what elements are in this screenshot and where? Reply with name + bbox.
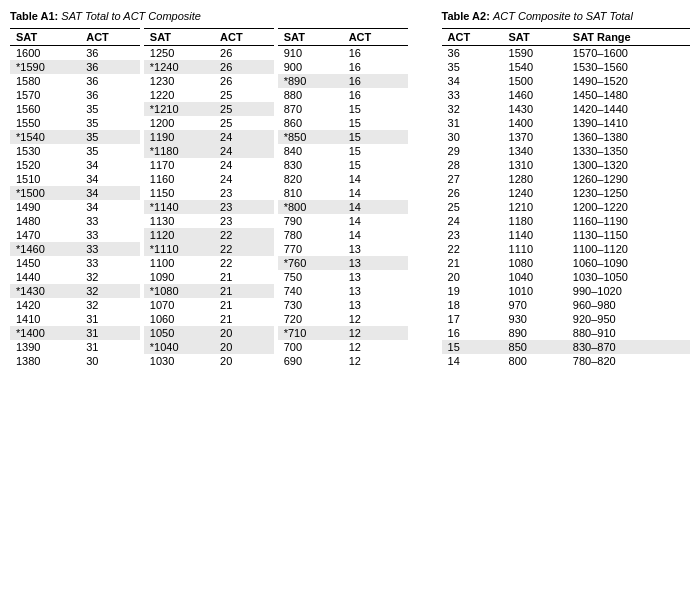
act-cell: 22: [214, 228, 274, 242]
act-cell: 33: [80, 256, 140, 270]
sat-cell: *1180: [144, 144, 214, 158]
table-row: 142032: [10, 298, 140, 312]
table-row: *76013: [278, 256, 408, 270]
table-row: 117024: [144, 158, 274, 172]
table-row: 122025: [144, 88, 274, 102]
act-cell: 21: [214, 298, 274, 312]
satrange-cell: 1100–1120: [567, 242, 690, 256]
table-row: 18970960–980: [442, 298, 690, 312]
sat-cell: 830: [278, 158, 343, 172]
sub-table-2: SAT ACT 125026*124026123026122025*121025…: [144, 28, 274, 368]
table-row: *124026: [144, 60, 274, 74]
table-row: 87015: [278, 102, 408, 116]
sub-table-1: SAT ACT 160036*1590361580361570361560351…: [10, 28, 140, 368]
act-cell: 34: [80, 186, 140, 200]
act-cell: 25: [214, 102, 274, 116]
satrange-cell: 960–980: [567, 298, 690, 312]
table-row: 119024: [144, 130, 274, 144]
satrange-cell: 1450–1480: [567, 88, 690, 102]
sat-cell: 1370: [503, 130, 567, 144]
table-row: 191010990–1020: [442, 284, 690, 298]
sat-cell: 1190: [144, 130, 214, 144]
act-cell: 12: [343, 326, 408, 340]
table-a2-section: Table A2: ACT Composite to SAT Total ACT…: [442, 10, 690, 368]
table-row: *114023: [144, 200, 274, 214]
sat-cell: 1010: [503, 284, 567, 298]
sat-cell: 1310: [503, 158, 567, 172]
table-row: 17930920–950: [442, 312, 690, 326]
table-row: 16890880–910: [442, 326, 690, 340]
sat-cell: *1110: [144, 242, 214, 256]
table-row: 81014: [278, 186, 408, 200]
table-row: 113023: [144, 214, 274, 228]
act-cell: 36: [80, 46, 140, 61]
act-cell: 13: [343, 270, 408, 284]
act-cell: 32: [442, 102, 503, 116]
sat-cell: 1340: [503, 144, 567, 158]
table-row: 109021: [144, 270, 274, 284]
table-row: 86015: [278, 116, 408, 130]
satrange-cell: 1530–1560: [567, 60, 690, 74]
act-cell: 35: [442, 60, 503, 74]
sat-cell: *710: [278, 326, 343, 340]
sat-cell: 1440: [10, 270, 80, 284]
satrange-cell: 1390–1410: [567, 116, 690, 130]
act-cell: 24: [214, 130, 274, 144]
table-row: 72012: [278, 312, 408, 326]
table-row: *121025: [144, 102, 274, 116]
table-row: *108021: [144, 284, 274, 298]
sat-cell: *1500: [10, 186, 80, 200]
sat-cell: *800: [278, 200, 343, 214]
table-row: *111022: [144, 242, 274, 256]
act-cell: 27: [442, 172, 503, 186]
satrange-cell: 1230–1250: [567, 186, 690, 200]
sat-cell: 1070: [144, 298, 214, 312]
table-row: 120025: [144, 116, 274, 130]
act-cell: 22: [442, 242, 503, 256]
act-cell: 20: [214, 354, 274, 368]
act-cell: 16: [343, 46, 408, 61]
sat-cell: 1170: [144, 158, 214, 172]
sat-cell: 1050: [144, 326, 214, 340]
table-row: 110022: [144, 256, 274, 270]
act-cell: 12: [343, 340, 408, 354]
act-cell: 20: [214, 326, 274, 340]
sat-cell: 1510: [10, 172, 80, 186]
col-act-a2: ACT: [442, 29, 503, 46]
sat-cell: 1580: [10, 74, 80, 88]
table-row: *118024: [144, 144, 274, 158]
sat-cell: *1540: [10, 130, 80, 144]
table-row: 3415001490–1520: [442, 74, 690, 88]
sat-cell: 720: [278, 312, 343, 326]
act-cell: 15: [343, 144, 408, 158]
act-cell: 24: [442, 214, 503, 228]
act-cell: 16: [343, 60, 408, 74]
table-row: 15850830–870: [442, 340, 690, 354]
sat-cell: *1140: [144, 200, 214, 214]
sat-cell: 810: [278, 186, 343, 200]
act-cell: 34: [80, 200, 140, 214]
sat-cell: 1240: [503, 186, 567, 200]
table-row: 74013: [278, 284, 408, 298]
sat-cell: *1590: [10, 60, 80, 74]
table-row: 69012: [278, 354, 408, 368]
act-cell: 20: [214, 340, 274, 354]
act-cell: 28: [442, 158, 503, 172]
table-row: *80014: [278, 200, 408, 214]
sat-cell: *1210: [144, 102, 214, 116]
col-sat-3: SAT: [278, 29, 343, 46]
sat-cell: 850: [503, 340, 567, 354]
satrange-cell: 1300–1320: [567, 158, 690, 172]
table-a1-title: Table A1: SAT Total to ACT Composite: [10, 10, 408, 22]
table-row: 158036: [10, 74, 140, 88]
act-cell: 15: [343, 102, 408, 116]
sat-cell: 1220: [144, 88, 214, 102]
sat-cell: 970: [503, 298, 567, 312]
col-sat-2: SAT: [144, 29, 214, 46]
sat-cell: 1470: [10, 228, 80, 242]
sat-cell: 1460: [503, 88, 567, 102]
act-cell: 33: [80, 242, 140, 256]
act-cell: 13: [343, 256, 408, 270]
sat-cell: 1140: [503, 228, 567, 242]
act-cell: 30: [442, 130, 503, 144]
